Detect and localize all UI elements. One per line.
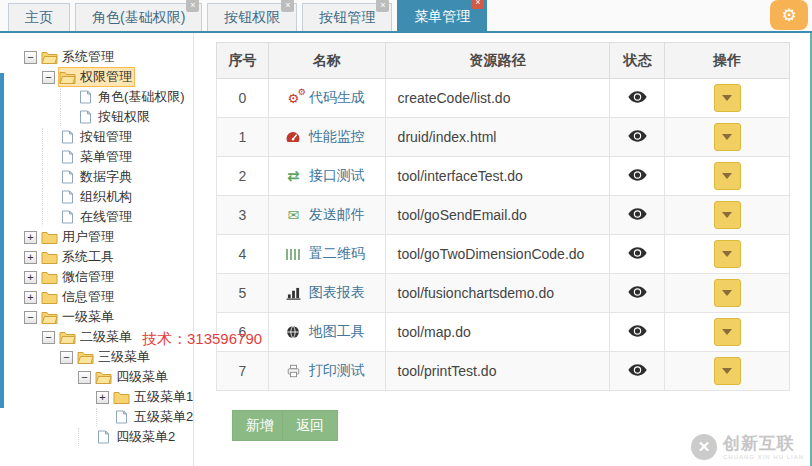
back-button[interactable]: 返回 bbox=[282, 410, 338, 441]
row-actions-dropdown[interactable] bbox=[714, 84, 741, 112]
eye-icon[interactable] bbox=[628, 130, 647, 145]
tree-node[interactable]: 微信管理 bbox=[18, 267, 193, 287]
caret-down-icon bbox=[722, 251, 732, 257]
tree-node[interactable]: 按钮管理 bbox=[18, 127, 193, 147]
watermark-subtext: CHUANG XIN HU LIAN bbox=[723, 454, 804, 460]
eye-icon[interactable] bbox=[628, 286, 647, 301]
tree-node[interactable]: 系统管理 bbox=[18, 47, 193, 67]
tree-node[interactable]: 数据字典 bbox=[18, 167, 193, 187]
row-actions-dropdown[interactable] bbox=[714, 201, 741, 229]
close-tab-icon[interactable]: × bbox=[376, 0, 389, 12]
tab-menu-management[interactable]: 菜单管理 × bbox=[397, 0, 487, 31]
menu-name-link[interactable]: ⇄ 接口测试 bbox=[284, 167, 385, 185]
collapse-icon[interactable] bbox=[78, 371, 91, 384]
folder-closed-icon bbox=[41, 230, 58, 244]
eye-icon[interactable] bbox=[628, 325, 647, 340]
file-icon bbox=[113, 410, 130, 424]
row-actions-dropdown[interactable] bbox=[714, 357, 741, 385]
exchange-icon: ⇄ bbox=[284, 167, 303, 185]
file-icon bbox=[59, 150, 76, 164]
globe-icon bbox=[284, 325, 303, 339]
menu-table: 序号 名称 资源路径 状态 操作 0 ⚙⚙ 代码生成 createCode/li… bbox=[216, 42, 790, 391]
collapse-icon[interactable] bbox=[24, 311, 37, 324]
folder-closed-icon bbox=[113, 390, 130, 404]
tree-node[interactable]: 信息管理 bbox=[18, 287, 193, 307]
tree-node[interactable]: 角色(基础权限) bbox=[18, 87, 193, 107]
tree-node[interactable]: 用户管理 bbox=[18, 227, 193, 247]
tree-node[interactable]: 五级菜单1 bbox=[18, 387, 193, 407]
tree-node[interactable]: 菜单管理 bbox=[18, 147, 193, 167]
cogs-icon: ⚙⚙ bbox=[284, 91, 303, 106]
expand-icon[interactable] bbox=[24, 291, 37, 304]
expand-icon[interactable] bbox=[24, 251, 37, 264]
menu-tree-panel: 系统管理 权限管理 角色(基础权限) 按钮权限 按钮管理 菜单管理 数据字典 组… bbox=[18, 33, 194, 466]
bar-chart-icon bbox=[284, 287, 303, 300]
col-header-path: 资源路径 bbox=[385, 43, 610, 79]
tree-node[interactable]: 五级菜单2 bbox=[18, 407, 193, 427]
row-actions-dropdown[interactable] bbox=[714, 318, 741, 346]
collapse-icon[interactable] bbox=[42, 331, 55, 344]
eye-icon[interactable] bbox=[628, 208, 647, 223]
table-row: 7 打印测试 tool/printTest.do bbox=[217, 352, 790, 391]
close-tab-icon[interactable]: × bbox=[281, 0, 294, 12]
col-header-status: 状态 bbox=[610, 43, 665, 79]
collapse-icon[interactable] bbox=[24, 51, 37, 64]
tree-node[interactable]: 四级菜单2 bbox=[18, 427, 193, 447]
tree-node[interactable]: 按钮权限 bbox=[18, 107, 193, 127]
eye-icon[interactable] bbox=[628, 364, 647, 379]
menu-name-link[interactable]: 打印测试 bbox=[284, 362, 385, 380]
menu-name-link[interactable]: 性能监控 bbox=[284, 128, 385, 146]
file-icon bbox=[77, 110, 94, 124]
row-actions-dropdown[interactable] bbox=[714, 279, 741, 307]
caret-down-icon bbox=[722, 368, 732, 374]
eye-icon[interactable] bbox=[628, 247, 647, 262]
menu-name-link[interactable]: 图表报表 bbox=[284, 284, 385, 302]
tab-button-permissions[interactable]: 按钮权限 × bbox=[207, 3, 297, 31]
row-actions-dropdown[interactable] bbox=[714, 162, 741, 190]
tab-role-permissions[interactable]: 角色(基础权限) × bbox=[75, 3, 202, 31]
caret-down-icon bbox=[722, 173, 732, 179]
menu-name-link[interactable]: 置二维码 bbox=[284, 245, 385, 263]
menu-name-link[interactable]: ✉ 发送邮件 bbox=[284, 206, 385, 224]
tab-home[interactable]: 主页 bbox=[8, 3, 70, 31]
table-row: 0 ⚙⚙ 代码生成 createCode/list.do bbox=[217, 79, 790, 118]
close-tab-icon[interactable]: × bbox=[186, 0, 199, 12]
table-row: 4 置二维码 tool/goTwoDimensionCode.do bbox=[217, 235, 790, 274]
tree-node[interactable]: 四级菜单 bbox=[18, 367, 193, 387]
folder-open-icon bbox=[77, 350, 94, 364]
tree-node[interactable]: 一级菜单 bbox=[18, 307, 193, 327]
tab-button-management[interactable]: 按钮管理 × bbox=[302, 3, 392, 31]
table-row: 6 地图工具 tool/map.do bbox=[217, 313, 790, 352]
folder-open-icon bbox=[59, 70, 76, 84]
menu-name-link[interactable]: 地图工具 bbox=[284, 323, 385, 341]
caret-down-icon bbox=[722, 329, 732, 335]
add-button[interactable]: 新增 bbox=[232, 410, 288, 441]
row-actions-dropdown[interactable] bbox=[714, 123, 741, 151]
eye-icon[interactable] bbox=[628, 91, 647, 106]
row-actions-dropdown[interactable] bbox=[714, 240, 741, 268]
tree-node[interactable]: 三级菜单 bbox=[18, 347, 193, 367]
caret-down-icon bbox=[722, 212, 732, 218]
file-icon bbox=[59, 130, 76, 144]
menu-name-link[interactable]: ⚙⚙ 代码生成 bbox=[284, 89, 385, 107]
caret-down-icon bbox=[722, 95, 732, 101]
close-tab-icon[interactable]: × bbox=[471, 0, 484, 9]
collapse-icon[interactable] bbox=[60, 351, 73, 364]
left-scroll-strip[interactable] bbox=[0, 73, 4, 408]
expand-icon[interactable] bbox=[24, 231, 37, 244]
tree-node[interactable]: 组织机构 bbox=[18, 187, 193, 207]
tree-node[interactable]: 在线管理 bbox=[18, 207, 193, 227]
settings-gear-icon[interactable]: ⚙ bbox=[770, 0, 808, 30]
expand-icon[interactable] bbox=[24, 271, 37, 284]
tree-node[interactable]: 系统工具 bbox=[18, 247, 193, 267]
col-header-index: 序号 bbox=[217, 43, 269, 79]
collapse-icon[interactable] bbox=[42, 71, 55, 84]
folder-open-icon bbox=[41, 310, 58, 324]
file-icon bbox=[59, 210, 76, 224]
table-row: 1 性能监控 druid/index.html bbox=[217, 118, 790, 157]
expand-icon[interactable] bbox=[96, 391, 109, 404]
eye-icon[interactable] bbox=[628, 169, 647, 184]
tree-node-selected[interactable]: 权限管理 bbox=[18, 67, 193, 87]
tab-bar: 主页 角色(基础权限) × 按钮权限 × 按钮管理 × 菜单管理 × bbox=[0, 0, 812, 33]
file-icon bbox=[77, 90, 94, 104]
